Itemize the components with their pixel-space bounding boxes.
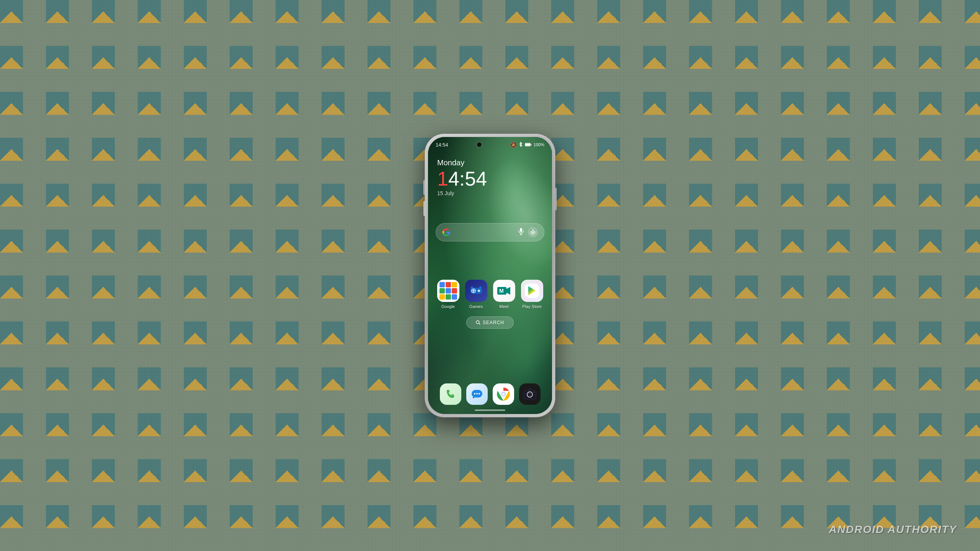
dock-item-chrome[interactable] [493,383,514,405]
dock-item-camera[interactable] [519,383,541,405]
grid-cell [446,282,451,287]
svg-point-39 [529,393,529,394]
phone-wrapper: 14:54 🔕 [425,134,555,417]
clock-date: 15 July [437,190,543,196]
clock-day: Monday [437,158,543,167]
grid-cell [452,294,457,300]
svg-rect-2 [531,144,531,145]
svg-point-20 [479,287,482,289]
svg-point-18 [479,290,480,292]
mute-icon: 🔕 [510,142,516,148]
grid-cell [446,294,451,300]
battery-percent: 100% [534,142,544,147]
svg-rect-1 [525,143,530,146]
google-app-icon [437,280,459,302]
app-label-google: Google [441,304,455,309]
svg-point-19 [471,287,473,289]
meet-svg: M [497,285,512,296]
games-app-icon [465,280,487,302]
grid-cell [452,282,457,287]
phone-screen: 14:54 🔕 [428,137,552,414]
app-item-playstore[interactable]: Play Store [519,280,544,309]
dock-item-messages[interactable] [466,383,488,405]
microphone-icon[interactable] [518,228,524,237]
clock-time-red: 1 [437,168,448,190]
chrome-icon [497,387,510,401]
google-g-icon [442,228,451,236]
bluetooth-icon [518,142,523,148]
playstore-app-icon [521,280,543,302]
app-label-meet: Meet [499,304,508,309]
app-item-google[interactable]: Google [436,280,461,309]
phone-outer: 14:54 🔕 [425,134,555,417]
messages-icon [471,388,483,400]
playstore-svg [525,284,539,298]
svg-point-27 [474,393,475,395]
google-lens-icon[interactable] [528,227,538,237]
app-item-meet[interactable]: M Meet [492,280,516,309]
svg-point-7 [532,231,534,233]
clock-time-rest: 4:54 [448,168,487,190]
nav-bar [475,409,505,411]
watermark: ANDROID AUTHORITY [829,523,957,536]
grid-cell [439,288,445,293]
svg-text:M: M [499,288,504,294]
app-grid: Google [428,272,552,313]
grid-cell [439,294,445,300]
svg-rect-40 [533,392,534,393]
app-label-playstore: Play Store [522,304,542,309]
svg-line-25 [479,323,480,324]
svg-point-38 [529,394,531,395]
svg-point-32 [502,393,505,396]
grid-cell [446,288,451,293]
app-item-games[interactable]: Games [464,280,488,309]
camera-icon [523,388,536,400]
dock [428,380,552,414]
phone-icon [445,388,456,400]
battery-icon [525,142,532,148]
grid-cell [452,288,457,293]
search-button[interactable]: SEARCH [466,316,514,329]
games-svg [469,285,483,296]
meet-app-icon: M [493,280,515,302]
google-grid-icon [437,280,459,302]
dock-item-phone[interactable] [440,383,461,405]
svg-point-28 [476,393,478,395]
status-bar: 14:54 🔕 [428,137,552,151]
grid-cell [439,282,445,287]
svg-point-29 [479,393,480,395]
clock-time: 14:54 [437,169,543,189]
app-label-games: Games [469,304,483,309]
google-search-bar[interactable] [436,223,544,241]
svg-point-17 [477,290,479,292]
clock-area: Monday 14:54 15 July [428,151,552,200]
search-bottom-area: SEARCH [428,316,552,329]
camera-dot [477,142,482,147]
svg-rect-3 [520,228,522,232]
status-time: 14:54 [436,142,448,148]
search-icon [476,320,480,325]
search-btn-label: SEARCH [483,320,504,325]
status-icons: 🔕 1 [510,142,544,148]
